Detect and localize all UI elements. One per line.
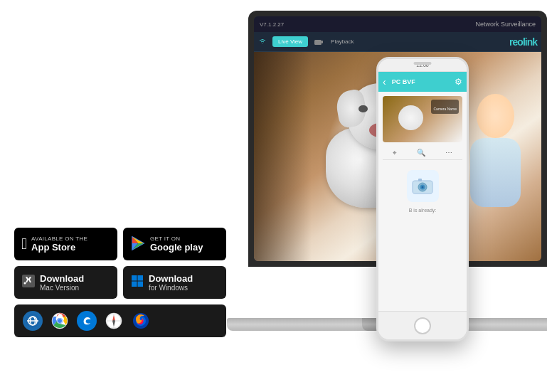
firefox-icon[interactable] [131,311,151,331]
reolink-topbar: V7.1.2.27 Network Surveillance [254,16,541,32]
svg-point-26 [113,320,115,322]
download-windows-main-text: Download [149,273,193,285]
svg-rect-9 [132,281,137,287]
phone-settings-icon[interactable]: ⚙ [455,77,462,87]
right-panel: V7.1.2.27 Network Surveillance [206,0,547,392]
dog-eye-left [359,105,367,112]
phone-camera-icon[interactable] [407,170,439,202]
phone-camera-section: B is already: [383,163,462,220]
phone-camera-status: B is already: [409,208,437,213]
ptz-icon[interactable]: ⌖ [393,149,397,157]
svg-rect-7 [132,275,137,281]
reolink-logo: reolink [509,36,537,48]
svg-rect-10 [138,281,144,287]
live-view-tab[interactable]: Live View [272,36,308,47]
safari-icon[interactable] [104,311,124,331]
svg-point-18 [58,319,62,323]
mac-icon [21,274,36,292]
phone-app-title: PC BVF [392,78,415,85]
phone-navbar: ‹ PC BVF ⚙ [378,72,467,92]
edge-icon[interactable] [77,311,97,331]
network-label: Network Surveillance [475,21,536,28]
playback-tab[interactable]: Playback [326,36,358,47]
camera-name-text: Camera Name [433,107,457,111]
more-icon[interactable]: ⋯ [445,149,452,157]
wifi-icon [258,38,267,46]
app-store-main-text: App Store [31,242,87,253]
phone-thumb-dog-shape [398,105,423,130]
phone-bottom-bar [378,311,467,339]
google-play-main-text: Google play [150,242,203,253]
store-buttons-row:  Available on the App Store [14,228,235,260]
phone-content: Camera Name ⌖ 🔍 ⋯ [378,92,467,224]
phone-mockup: 12:00 ‹ PC BVF ⚙ Camera Name [376,57,469,341]
main-container:  Available on the App Store [0,0,547,392]
phone-controls-row: ⌖ 🔍 ⋯ [383,147,462,160]
download-windows-sub-text: for Windows [149,284,193,292]
svg-rect-29 [314,40,322,45]
svg-point-19 [80,314,93,327]
svg-rect-5 [22,275,35,287]
left-panel:  Available on the App Store [14,228,235,337]
download-mac-text-block: Download Mac Version [40,273,84,292]
apple-icon:  [21,236,27,252]
zoom-icon[interactable]: 🔍 [417,149,425,157]
app-store-small-text: Available on the [31,235,87,242]
app-store-text-block: Available on the App Store [31,235,87,253]
phone-statusbar: 12:00 [378,59,467,72]
baby-head [477,94,514,138]
phone-thumbnail: Camera Name [383,96,462,142]
baby-area [464,94,527,219]
svg-rect-35 [418,179,422,181]
download-windows-text-block: Download for Windows [149,273,193,292]
google-play-small-text: Get It on [150,235,203,242]
reolink-navbar: Live View Playback reolink [254,32,541,52]
back-arrow-icon[interactable]: ‹ [383,76,386,88]
windows-icon [130,274,144,292]
download-buttons-row: Download Mac Version Download for Wind [14,266,235,299]
camera-name-badge: Camera Name [431,100,459,114]
svg-rect-8 [138,275,144,281]
google-play-icon [130,235,146,253]
phone-speaker [414,62,432,65]
browser-icons-row [14,304,226,337]
svg-point-6 [24,282,26,284]
chrome-icon[interactable] [50,311,70,331]
baby-body [470,138,521,207]
google-play-text-block: Get It on Google play [150,235,203,253]
svg-marker-30 [322,41,323,43]
download-mac-button[interactable]: Download Mac Version [14,266,117,299]
ie-icon[interactable] [23,311,43,331]
download-mac-sub-text: Mac Version [40,284,84,292]
version-label: V7.1.2.27 [260,21,284,28]
app-store-button[interactable]:  Available on the App Store [14,228,117,260]
camera-icon [314,36,324,48]
phone-home-button[interactable] [414,317,431,334]
svg-point-34 [422,186,424,189]
phone-screen: 12:00 ‹ PC BVF ⚙ Camera Name [378,59,467,339]
download-mac-main-text: Download [40,273,84,285]
scene-shadow-left [254,52,312,261]
